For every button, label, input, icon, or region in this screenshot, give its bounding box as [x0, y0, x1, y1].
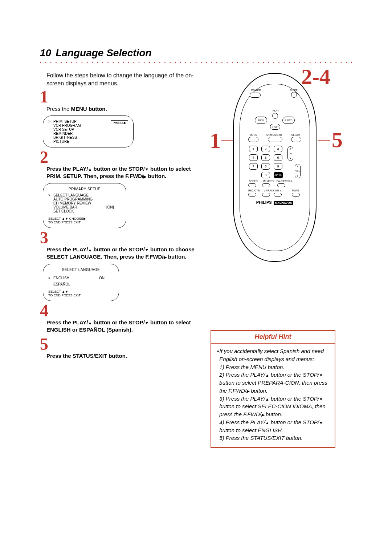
tracking-label: ∨ TRACKING ∧	[264, 189, 282, 192]
t: button or the	[92, 166, 128, 172]
up-arrow-icon	[88, 319, 92, 325]
t: ESPAÑOL (Spanish)	[79, 327, 131, 333]
t: 9	[277, 165, 279, 168]
t: button.	[167, 254, 187, 260]
recotr-button[interactable]	[248, 193, 256, 197]
t: If you accidentally select Spanish and n…	[219, 348, 324, 362]
power-label: POWER	[251, 89, 261, 92]
digit-5-button[interactable]: 5	[261, 154, 270, 161]
recotr-label: REC/OTR	[248, 189, 260, 192]
vol-rocker[interactable]: ∧VOL∨	[295, 164, 301, 178]
brand-philips: PHILIPS	[256, 200, 272, 204]
status-exit-button[interactable]	[268, 137, 282, 142]
pausestill-button[interactable]	[277, 183, 285, 187]
intro-text: Follow the steps below to change the lan…	[46, 72, 200, 87]
osd-val	[106, 193, 121, 197]
stop-button[interactable]: STOP	[270, 124, 280, 130]
mute-button[interactable]	[292, 193, 300, 197]
power-button[interactable]	[250, 93, 261, 98]
memory-button[interactable]	[262, 183, 270, 187]
t: button.	[264, 411, 282, 417]
steps-column: Follow the steps below to change the lan…	[40, 66, 200, 362]
rew-button[interactable]: REW	[255, 117, 267, 124]
tracking-down-button[interactable]	[262, 193, 270, 197]
speed-label: SPEED	[249, 180, 258, 182]
tracking-up-button[interactable]	[274, 193, 282, 197]
osd-item: AUTO PROGRAMMING	[53, 197, 106, 201]
clear-button[interactable]	[291, 137, 301, 142]
t: 8	[265, 165, 266, 168]
osd-menu-2: PRIMARY SETUP >SELECT LANGUAGE AUTO PROG…	[43, 183, 126, 228]
t: PRIM. SETUP	[46, 173, 81, 179]
callout-step-1: 1	[210, 128, 221, 153]
digit-3-button[interactable]: 3	[274, 146, 282, 152]
digit-2-button[interactable]: 2	[261, 146, 270, 152]
osd-val	[106, 201, 121, 205]
t: button.	[89, 106, 107, 112]
digit-0-button[interactable]: 0	[261, 172, 270, 178]
t: 4	[252, 156, 254, 159]
brand-row: PHILIPS MAGNAVOX	[234, 200, 316, 204]
step-2-number: 2	[40, 150, 200, 165]
sleep-label: SLEEP	[289, 89, 298, 92]
osd-item: SET CLOCK	[53, 209, 106, 213]
page-title: Language Selection	[56, 47, 152, 59]
t: Press the	[46, 353, 73, 359]
leader-line	[318, 140, 330, 141]
digit-7-button[interactable]: 7	[249, 163, 258, 170]
t: F.FWD/	[125, 173, 143, 179]
t: button to choose	[149, 246, 195, 252]
t: or	[71, 327, 79, 333]
t: button to select	[149, 319, 191, 325]
speed-button[interactable]	[248, 183, 256, 187]
t: Press the	[46, 319, 73, 325]
hint-title: Helpful Hint	[211, 333, 335, 341]
ffwd-button[interactable]: F.FWD	[282, 117, 295, 124]
t: button.	[107, 353, 127, 359]
step-1-text: Press the MENU button.	[46, 105, 200, 113]
sleep-button[interactable]	[291, 92, 297, 98]
digit-8-button[interactable]: 8	[261, 163, 270, 170]
osd-val	[99, 282, 114, 286]
t: .	[131, 327, 133, 333]
t: SELECT ▲▼ CHOOSE▶	[48, 217, 121, 220]
status-label: STATUS/EXIT	[266, 134, 282, 136]
t: 1	[252, 147, 254, 151]
t: ENGLISH	[46, 327, 71, 333]
helpful-hint-box: Helpful Hint • If you accidentally selec…	[211, 330, 335, 448]
up-arrow-icon	[265, 419, 269, 425]
t: button to select PREPARA-CION, then pres…	[219, 380, 327, 394]
up-arrow-icon	[88, 166, 92, 172]
brand-magnavox: MAGNAVOX	[274, 201, 294, 205]
right-arrow-icon	[246, 388, 249, 394]
pausestill-label: PAUSE/STILL	[277, 180, 293, 182]
menu-button[interactable]	[248, 137, 258, 142]
t: STOP/	[128, 319, 145, 325]
osd-item: BRIGHTNESS	[53, 135, 128, 139]
t: 0	[265, 173, 266, 177]
osd-menu-3: SELECT LANGUAGE >ENGLISHON ESPAÑOL SELEC…	[43, 264, 119, 301]
step-5-number: 5	[40, 337, 200, 352]
page-header: 10 Language Selection • • • • • • • • • …	[40, 47, 352, 64]
osd-item: VOLUME BAR	[53, 205, 106, 209]
t: . Then, press the	[81, 173, 125, 179]
osd-menu-1: PRESS▶ >PRIM. SETUP VCR PROGRAM VCR SETU…	[43, 116, 134, 147]
t: STOP/	[128, 166, 145, 172]
callout-step-5: 5	[332, 127, 343, 153]
digit-1-button[interactable]: 1	[249, 146, 258, 152]
digit-9-button[interactable]: 9	[274, 163, 282, 170]
t: VOL	[295, 170, 300, 172]
t: 5	[265, 156, 266, 159]
digit-6-button[interactable]: 6	[274, 154, 282, 161]
right-arrow-icon	[261, 411, 264, 417]
t: F.FWD/	[146, 254, 164, 260]
memory-label: MEMORY	[263, 180, 274, 182]
digit-4-button[interactable]: 4	[249, 154, 258, 161]
alt-ch-button[interactable]: ALT CH	[274, 172, 283, 178]
ch-rocker[interactable]: ∧CH∨	[287, 146, 293, 161]
play-button[interactable]	[272, 113, 278, 119]
t: 6	[277, 156, 279, 159]
t: SELECT ▲▼	[48, 290, 114, 293]
step-5-text: Press the STATUS/EXIT button.	[46, 352, 200, 360]
t: TO END PRESS EXIT	[48, 293, 114, 297]
